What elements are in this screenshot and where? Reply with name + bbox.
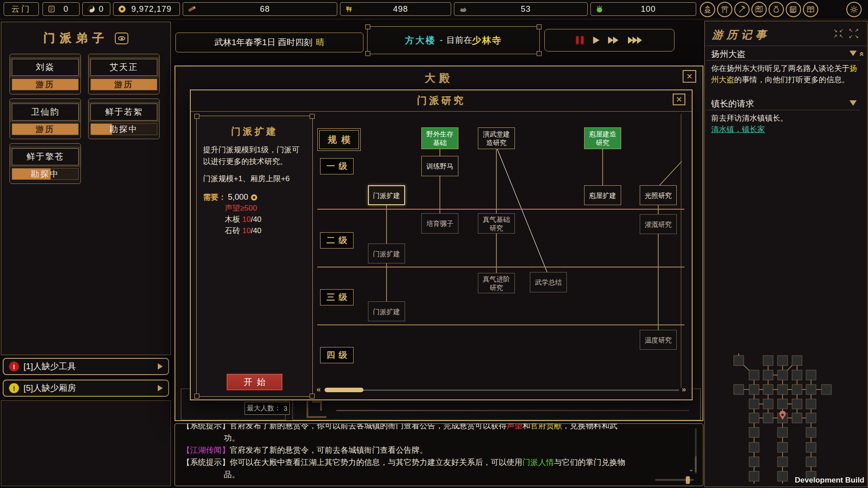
- disciple-status-bar: 勘探中: [12, 168, 79, 180]
- tree-hscroll-thumb[interactable]: [325, 388, 363, 392]
- minimap[interactable]: [724, 345, 868, 488]
- sect-name-button[interactable]: 云门: [4, 2, 39, 16]
- minimap-room: [778, 370, 788, 380]
- gate-icon[interactable]: [717, 2, 732, 17]
- minimap-room: [763, 413, 773, 423]
- collapse-inward-icon[interactable]: ↘↙↗↖: [832, 28, 844, 39]
- tree-node[interactable]: 演武堂建 造研究: [478, 127, 515, 149]
- message-line: 功。: [182, 432, 684, 444]
- disciple-status-bar: 勘探中: [90, 123, 157, 135]
- message-segment: 声望: [507, 423, 523, 430]
- disciples-header: 门派弟子: [1, 30, 170, 46]
- disciple-card[interactable]: 鲜于擎苍勘探中: [9, 143, 81, 184]
- minimap-room: [778, 399, 788, 409]
- minimap-room: [806, 413, 816, 423]
- research-close-icon[interactable]: ✕: [673, 94, 685, 105]
- scroll-left-icon[interactable]: «: [316, 385, 321, 394]
- disciple-card[interactable]: 鲜于若絮勘探中: [88, 99, 160, 139]
- tree-hscroll-track[interactable]: [326, 389, 679, 391]
- temple-icon[interactable]: [700, 2, 715, 17]
- start-research-button[interactable]: 开始: [226, 373, 283, 391]
- tree-connector: [660, 161, 682, 185]
- fast-forward-button[interactable]: [607, 36, 621, 45]
- tree-node[interactable]: 温度研究: [640, 330, 677, 350]
- hall-close-icon[interactable]: ✕: [683, 70, 696, 83]
- minimap-room: [806, 427, 816, 437]
- scroll-down-icon[interactable]: ⌄: [689, 465, 694, 473]
- material-total: /40: [251, 226, 262, 235]
- collapse-caret-icon[interactable]: [849, 51, 857, 56]
- status-label: 游历: [12, 79, 78, 90]
- collapse-caret-icon[interactable]: [849, 100, 857, 106]
- resource-grain: 498: [340, 2, 451, 16]
- journal-entry-title[interactable]: 扬州大盗: [711, 48, 745, 60]
- map-icon[interactable]: [751, 2, 767, 17]
- resource-value: 53: [468, 5, 584, 14]
- tree-node[interactable]: 真气基础 研究: [478, 213, 515, 234]
- message-segment: 【系统提示】: [182, 423, 230, 430]
- tree-node[interactable]: 武学总结: [530, 272, 567, 292]
- journal-link[interactable]: 清水镇，镇长家: [711, 124, 765, 135]
- tree-node[interactable]: 庖屋扩建: [584, 185, 621, 205]
- pin-dot: [781, 413, 783, 416]
- tools-icon[interactable]: [734, 2, 750, 17]
- alert-icon: !: [9, 383, 19, 393]
- location-name: 少林寺: [472, 34, 502, 47]
- status-label: 游历: [12, 124, 78, 135]
- play-button[interactable]: [592, 36, 601, 45]
- minimap-room: [763, 356, 773, 366]
- tree-node[interactable]: 门派扩建: [368, 244, 405, 263]
- gear-icon[interactable]: [846, 2, 862, 17]
- minimap-room: [763, 399, 773, 409]
- message-vscroll-thumb[interactable]: [695, 456, 697, 472]
- tree-node[interactable]: 光照研究: [640, 185, 677, 205]
- expand-outward-icon[interactable]: ↖↗↙↘: [848, 28, 859, 39]
- minimap-room: [778, 385, 788, 394]
- resource-value: 498: [354, 5, 447, 14]
- tree-node[interactable]: 门派扩建: [368, 301, 405, 321]
- wood-icon: [187, 4, 197, 14]
- scroll-right-icon[interactable]: »: [682, 385, 686, 394]
- journal-entry-title[interactable]: 镇长的请求: [711, 98, 754, 110]
- tree-node[interactable]: 灌溉研究: [640, 214, 677, 234]
- scroll-up-icon[interactable]: «: [857, 52, 867, 56]
- journal-entry-body: 前去拜访清水镇镇长。: [711, 113, 862, 124]
- cost-value: 5,000: [228, 192, 248, 202]
- eye-icon[interactable]: [115, 33, 128, 44]
- material-name: 石砖: [225, 226, 240, 235]
- disciple-card[interactable]: 艾天正游历: [88, 54, 160, 94]
- warning-2[interactable]: ![5]人缺少厢房: [3, 380, 169, 397]
- date-box: 武林1年春季1日 酉时四刻 晴: [175, 33, 363, 52]
- minimap-room: [792, 413, 802, 423]
- tree-node[interactable]: 培育骡子: [421, 213, 458, 234]
- minimap-room: [778, 457, 788, 467]
- tree-node[interactable]: 训练野马: [421, 156, 458, 176]
- disciples-panel: 门派弟子 刘焱游历艾天正游历卫仙韵游历鲜于若絮勘探中鲜于擎苍勘探中: [1, 22, 171, 355]
- status-label: 勘探中: [12, 169, 78, 179]
- resource-vegetable: 100: [590, 2, 696, 16]
- disciple-card[interactable]: 刘焱游历: [9, 54, 81, 94]
- tree-node[interactable]: 真气进阶 研究: [478, 273, 515, 293]
- research-window: 门派研究 ✕ 门派扩建 提升门派规模到1级，门派可以进行更多的技术研究。 门派规…: [190, 89, 693, 400]
- tree-node[interactable]: 庖屋建造 研究: [584, 127, 621, 149]
- message-segment: 官府发布了新的悬赏令，你可以前去各城镇的衙门查看公告，完成悬赏可以获得: [230, 423, 507, 430]
- disciple-card[interactable]: 卫仙韵游历: [9, 99, 81, 139]
- material-requirement: 石砖 10/40: [225, 225, 306, 236]
- moneybag-icon[interactable]: [769, 2, 784, 17]
- tree-node[interactable]: 门派扩建: [368, 185, 405, 205]
- tree-node[interactable]: 野外生存 基础: [421, 127, 458, 149]
- pause-button[interactable]: [575, 35, 585, 45]
- level-2-label: 二级: [320, 232, 354, 249]
- warning-1[interactable]: ![1]人缺少工具: [3, 358, 169, 375]
- vegetable-icon: [594, 4, 604, 14]
- message-segment: 官府发布了新的悬赏令，可前去各城镇衙门查看公告牌。: [230, 446, 428, 455]
- warning-label: [5]人缺少厢房: [24, 382, 153, 394]
- arrow: ↖: [848, 28, 854, 33]
- fastest-forward-button[interactable]: [627, 36, 644, 45]
- book-icon[interactable]: [803, 2, 818, 17]
- date-text: 武林1年春季1日 酉时四刻: [214, 37, 312, 48]
- message-hslider-knob[interactable]: [686, 476, 690, 484]
- scroll-icon[interactable]: [786, 2, 801, 17]
- character-status-box[interactable]: 方大楼 - 目前在 少林寺: [367, 26, 540, 54]
- level-divider: [317, 209, 684, 210]
